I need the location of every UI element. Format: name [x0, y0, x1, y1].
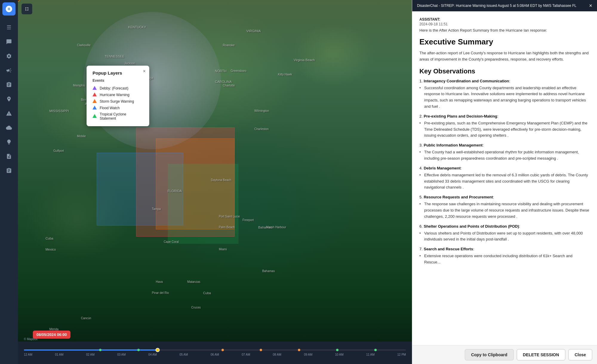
- map-area[interactable]: KENTUCKY VIRGINIA TENNESSEE NORTH CAROLI…: [18, 0, 412, 364]
- observation-item: 6. Shelter Operations and Points of Dist…: [419, 224, 590, 243]
- observation-bullet: Successful coordination among County dep…: [419, 85, 590, 110]
- sidebar: ☰: [0, 0, 18, 364]
- observation-item: 4. Debris Management: Effective debris m…: [419, 166, 590, 191]
- popup-close-button[interactable]: ×: [143, 69, 146, 74]
- megaphone-icon[interactable]: [3, 64, 15, 76]
- close-button[interactable]: Close: [568, 349, 592, 360]
- clipboard-icon[interactable]: [3, 79, 15, 91]
- observation-bullet: The County had a well-established operat…: [419, 149, 590, 162]
- observation-title: 7. Search and Rescue Efforts:: [419, 247, 590, 251]
- observation-item: 2. Pre-existing Plans and Decision-Makin…: [419, 114, 590, 139]
- right-panel: DisasterChat - SITREP: Hurricane Warning…: [412, 0, 597, 364]
- copy-to-clipboard-button[interactable]: Copy to Clipboard: [465, 349, 513, 360]
- popup-section-title: Events: [93, 78, 143, 83]
- event-label: Tropical Cyclone Statement: [100, 112, 143, 121]
- list-item[interactable]: Storm Surge Warning: [93, 98, 143, 105]
- map-expand-button[interactable]: [21, 4, 32, 14]
- event-label: Flood Watch: [100, 106, 120, 110]
- panel-header-title: DisasterChat - SITREP: Hurricane Warning…: [417, 4, 589, 8]
- intro-text: Here is the After Action Report Summary …: [419, 28, 590, 33]
- app-logo[interactable]: [2, 2, 16, 16]
- timeline-labels: 12 AM 01 AM 02 AM 03 AM 04 AM 05 AM 06 A…: [24, 353, 406, 356]
- observation-item: 7. Search and Rescue Efforts: Extensive …: [419, 247, 590, 266]
- observation-item: 5. Resource Requests and Procurement: Th…: [419, 195, 590, 220]
- cloud-icon[interactable]: [3, 122, 15, 134]
- executive-summary-heading: Executive Summary: [419, 37, 590, 47]
- observation-bullet: Pre-existing plans, such as the Comprehe…: [419, 120, 590, 139]
- observation-title: 3. Public Information Management:: [419, 143, 590, 147]
- executive-summary-text: The after-action report of Lee County's …: [419, 50, 590, 63]
- event-label: Storm Surge Warning: [100, 99, 134, 104]
- observation-title: 5. Resource Requests and Procurement:: [419, 195, 590, 199]
- popup-layers-card: × Popup Layers Events Debby: (Forecast) …: [87, 66, 149, 126]
- time-badge: 08/05/2024 06:00: [33, 331, 70, 339]
- timeline[interactable]: 12 AM 01 AM 02 AM 03 AM 04 AM 05 AM 06 A…: [18, 342, 412, 364]
- doc-icon[interactable]: [3, 150, 15, 162]
- alert-icon[interactable]: [3, 107, 15, 119]
- observation-title: 6. Shelter Operations and Points of Dist…: [419, 224, 590, 229]
- list-item[interactable]: Flood Watch: [93, 105, 143, 111]
- key-observations-heading: Key Observations: [419, 67, 590, 75]
- chat-icon[interactable]: [3, 36, 15, 48]
- observation-bullet: Various shelters and Points of Distribut…: [419, 230, 590, 243]
- timestamp: 2024-09-18 11:51: [419, 22, 590, 26]
- observation-bullet: Effective debris management led to the r…: [419, 172, 590, 191]
- list-item[interactable]: Debby: (Forecast): [93, 85, 143, 92]
- bottom-bar: Copy to Clipboard DELETE SESSION Close: [412, 345, 597, 364]
- bulb-icon[interactable]: [3, 136, 15, 148]
- event-label: Debby: (Forecast): [100, 86, 128, 90]
- observation-title: 4. Debris Management:: [419, 166, 590, 170]
- clipboard2-icon[interactable]: [3, 165, 15, 177]
- observation-title: 1. Interagency Coordination and Communic…: [419, 79, 590, 83]
- popup-title: Popup Layers: [93, 70, 143, 75]
- assistant-label: ASSISTANT:: [419, 17, 590, 21]
- settings-icon[interactable]: [3, 50, 15, 62]
- list-item[interactable]: Hurricane Warning: [93, 92, 143, 98]
- panel-header: DisasterChat - SITREP: Hurricane Warning…: [412, 0, 597, 11]
- location-icon[interactable]: [3, 93, 15, 105]
- observation-item: 1. Interagency Coordination and Communic…: [419, 79, 590, 110]
- delete-session-button[interactable]: DELETE SESSION: [517, 349, 565, 360]
- list-item[interactable]: Tropical Cyclone Statement: [93, 111, 143, 121]
- observation-bullet: Extensive rescue operations were conduct…: [419, 253, 590, 266]
- panel-close-button[interactable]: ×: [589, 3, 592, 8]
- event-label: Hurricane Warning: [100, 93, 130, 97]
- observation-bullet: The response saw challenges in maintaini…: [419, 201, 590, 220]
- content-area[interactable]: ASSISTANT: 2024-09-18 11:51 Here is the …: [412, 11, 597, 345]
- menu-icon[interactable]: ☰: [3, 21, 15, 33]
- observation-item: 3. Public Information Management: The Co…: [419, 143, 590, 162]
- observation-title: 2. Pre-existing Plans and Decision-Makin…: [419, 114, 590, 118]
- timeline-bar[interactable]: [24, 349, 406, 351]
